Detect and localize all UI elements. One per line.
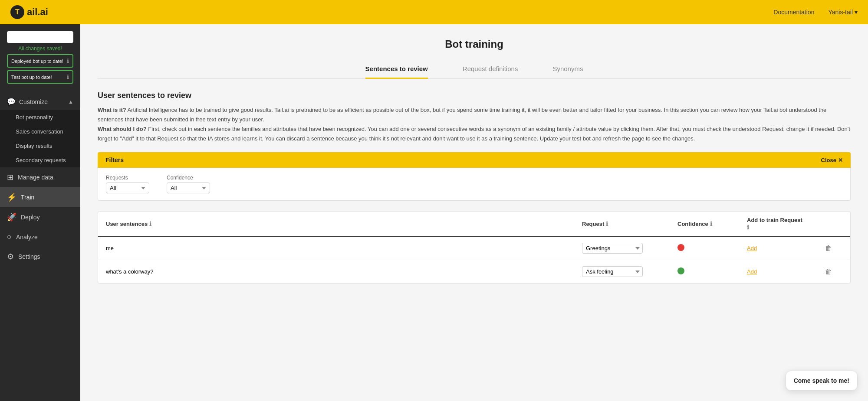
confidence-dot-0 (677, 244, 684, 251)
what-should-do-text: First, check out in each sentence the fa… (98, 126, 850, 142)
chat-bubble[interactable]: Come speak to me! (786, 371, 858, 391)
page-title: Bot training (98, 38, 851, 50)
filters-close-label: Close (821, 157, 836, 163)
confidence-filter-group: Confidence All (167, 175, 210, 193)
main-content: Bot training Sentences to review Request… (80, 24, 868, 401)
request-cell-1: Ask feeling (582, 266, 677, 277)
customize-chevron: ▲ (68, 99, 73, 105)
add-info-icon: ℹ (747, 224, 749, 231)
delete-cell-0: 🗑 (825, 245, 842, 252)
sidebar-sub-items: Bot personality Sales conversation Displ… (0, 110, 80, 167)
request-select-1[interactable]: Ask feeling (582, 266, 643, 277)
header-right: Documentation Yanis-tail ▾ (773, 9, 858, 16)
info-block: What is it? Artificial Intelligence has … (98, 105, 851, 143)
sidebar-customize-header[interactable]: 💬 Customize ▲ (0, 93, 80, 110)
filters-bar: Filters Close ✕ (98, 152, 851, 168)
table-header: User sentences ℹ Request ℹ Confidence ℹ … (98, 212, 850, 237)
train-label: Train (21, 194, 34, 201)
request-info-icon: ℹ (606, 221, 608, 227)
sidebar-item-deploy[interactable]: 🚀 Deploy (0, 207, 80, 227)
sidebar-item-display-results[interactable]: Display results (0, 139, 80, 153)
analyze-label: Analyze (16, 234, 38, 241)
user-dropdown[interactable]: Yanis-tail ▾ (828, 9, 858, 16)
dropdown-arrow: ▾ (855, 9, 858, 16)
delete-btn-0[interactable]: 🗑 (825, 245, 832, 252)
user-name: Yanis-tail (828, 9, 853, 16)
documentation-link[interactable]: Documentation (773, 9, 814, 16)
table-row: what's a colorway? Ask feeling Add 🗑 (98, 260, 850, 283)
confidence-cell-1 (677, 267, 747, 276)
sentence-cell-0: me (106, 245, 582, 251)
confidence-dot-1 (677, 267, 684, 274)
tabs: Sentences to review Request definitions … (98, 61, 851, 79)
what-is-it-label: What is it? (98, 107, 126, 113)
what-is-it-text: Artificial Intelligence has to be traine… (98, 107, 826, 123)
col-header-request: Request ℹ (582, 221, 677, 227)
logo: T ail.ai (10, 5, 48, 19)
all-changes-saved: All changes saved! (7, 46, 73, 52)
table-container: User sentences ℹ Request ℹ Confidence ℹ … (98, 211, 851, 284)
request-select-0[interactable]: Greetings (582, 243, 643, 254)
test-info-icon: ℹ (67, 74, 69, 80)
col-header-sentences: User sentences ℹ (106, 221, 582, 227)
sentences-info-icon: ℹ (149, 221, 151, 227)
tab-sentences-to-review[interactable]: Sentences to review (365, 61, 428, 79)
sidebar-customize-section: 💬 Customize ▲ Bot personality Sales conv… (0, 93, 80, 167)
deploy-label: Deploy (21, 214, 40, 221)
add-cell-1: Add (747, 268, 825, 275)
train-icon: ⚡ (7, 192, 16, 202)
deploy-icon: 🚀 (7, 212, 16, 222)
tab-synonyms[interactable]: Synonyms (552, 61, 583, 79)
add-cell-0: Add (747, 245, 825, 251)
manage-data-icon: ⊞ (7, 173, 13, 182)
sidebar-item-bot-personality[interactable]: Bot personality (0, 110, 80, 124)
filters-body: Requests All Confidence All (98, 168, 851, 201)
sidebar-top: All changes saved! Deployed bot up to da… (0, 31, 80, 93)
deployed-btn[interactable]: Deployed bot up to date! ℹ (7, 54, 73, 68)
customize-icon: 💬 (7, 98, 16, 106)
tab-request-definitions[interactable]: Request definitions (463, 61, 518, 79)
sidebar-item-manage-data[interactable]: ⊞ Manage data (0, 167, 80, 187)
sidebar: All changes saved! Deployed bot up to da… (0, 24, 80, 401)
delete-cell-1: 🗑 (825, 268, 842, 276)
sidebar-item-sales-conversation[interactable]: Sales conversation (0, 124, 80, 139)
logo-text: ail.ai (27, 7, 48, 18)
sentence-cell-1: what's a colorway? (106, 268, 582, 275)
test-btn[interactable]: Test bot up to date! ℹ (7, 70, 73, 84)
delete-btn-1[interactable]: 🗑 (825, 268, 832, 276)
sidebar-item-settings[interactable]: ⚙ Settings (0, 247, 80, 267)
col-header-confidence: Confidence ℹ (677, 221, 747, 227)
request-cell-0: Greetings (582, 243, 677, 254)
requests-filter-label: Requests (106, 175, 149, 181)
bot-name-input[interactable] (7, 31, 73, 43)
requests-filter-select[interactable]: All (106, 183, 149, 193)
sidebar-item-secondary-requests[interactable]: Secondary requests (0, 153, 80, 167)
deployed-info-icon: ℹ (67, 58, 69, 64)
confidence-filter-label: Confidence (167, 175, 210, 181)
analyze-icon: ○ (7, 232, 12, 241)
col-header-add: Add to train Request ℹ (747, 217, 825, 231)
requests-filter-group: Requests All (106, 175, 149, 193)
filters-title: Filters (105, 156, 124, 163)
manage-data-label: Manage data (18, 174, 53, 181)
confidence-cell-0 (677, 244, 747, 252)
sidebar-item-train[interactable]: ⚡ Train (0, 187, 80, 207)
what-should-do-label: What should I do? (98, 126, 147, 132)
section-title: User sentences to review (98, 91, 851, 100)
table-row: me Greetings Add 🗑 (98, 237, 850, 260)
confidence-info-icon: ℹ (710, 221, 712, 227)
settings-label: Settings (18, 253, 40, 260)
settings-icon: ⚙ (7, 252, 14, 261)
add-link-0[interactable]: Add (747, 245, 757, 251)
logo-icon: T (10, 5, 24, 19)
add-link-1[interactable]: Add (747, 268, 757, 275)
customize-label: Customize (19, 98, 48, 105)
close-icon: ✕ (838, 157, 843, 163)
top-header: T ail.ai Documentation Yanis-tail ▾ (0, 0, 868, 24)
filters-close-btn[interactable]: Close ✕ (821, 157, 843, 163)
confidence-filter-select[interactable]: All (167, 183, 210, 193)
sidebar-item-analyze[interactable]: ○ Analyze (0, 227, 80, 247)
